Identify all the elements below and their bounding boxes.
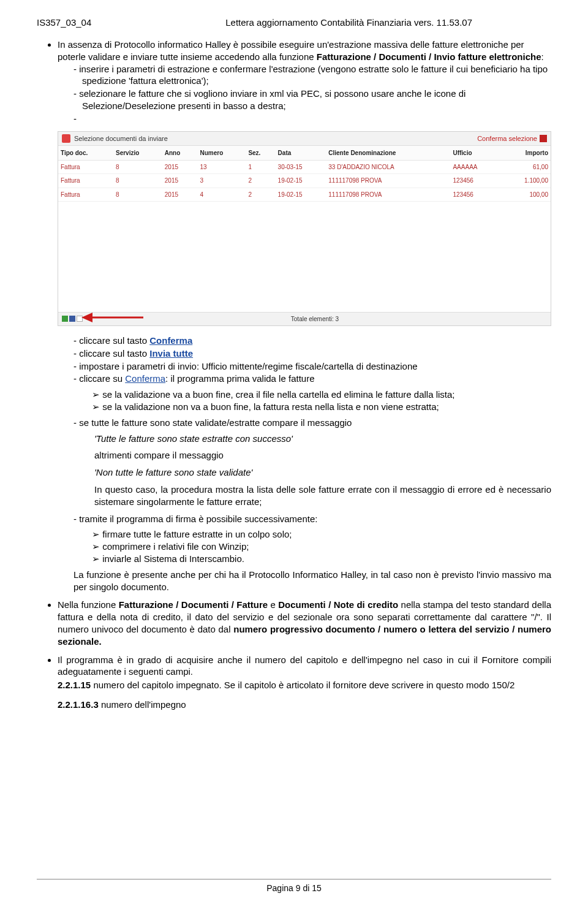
code-22115-text: numero del capitolo impegnato. Se il cap… xyxy=(91,680,514,690)
alt-text: altrimenti compare il messaggio xyxy=(58,449,551,461)
col-servizio[interactable]: Servizio xyxy=(113,146,162,161)
table-header-row: Tipo doc. Servizio Anno Numero Sez. Data… xyxy=(58,146,551,161)
shot-footer: Totale elementi: 3 xyxy=(58,312,551,325)
intro-colon: : xyxy=(541,51,543,62)
cell: 2 xyxy=(246,174,275,188)
code-22115: 2.2.1.15 xyxy=(58,680,91,690)
cell: Fattura xyxy=(58,174,113,188)
intro-sub-2: selezionare le fatture che si vogliono i… xyxy=(74,88,551,112)
select-all-icon[interactable] xyxy=(62,316,68,322)
svg-marker-1 xyxy=(81,313,92,322)
step-parametri: impostare i parametri di invio: Ufficio … xyxy=(74,360,551,373)
col-cliente[interactable]: Cliente Denominazione xyxy=(326,146,450,161)
cell: 1 xyxy=(246,161,275,174)
cell: 111117098 PROVA xyxy=(326,174,450,188)
table-empty-area xyxy=(58,202,551,312)
bullet-3: Il programma è in grado di acquisire anc… xyxy=(58,654,551,711)
arrow-firmare: firmare tutte le fatture estratte in un … xyxy=(92,528,551,541)
table-row[interactable]: Fattura 8 2015 4 2 19-02-15 111117098 PR… xyxy=(58,188,551,201)
embedded-screenshot: Selezione documenti da inviare Conferma … xyxy=(58,131,551,326)
cell: 123456 xyxy=(450,174,501,188)
bullet-intro: In assenza di Protocollo informatico Hal… xyxy=(58,39,551,593)
doc-code: IS357_03_04 xyxy=(37,17,91,28)
cell: 19-02-15 xyxy=(276,188,326,201)
cell: 111117098 PROVA xyxy=(326,188,450,201)
pdf-icon xyxy=(62,134,70,143)
close-icon[interactable] xyxy=(540,135,547,142)
tail-note: La funzione è presente anche per chi ha … xyxy=(58,569,551,593)
intro-bold-path: Fatturazione / Documenti / Invio fatture… xyxy=(317,51,541,62)
col-data[interactable]: Data xyxy=(276,146,326,161)
cell: 8 xyxy=(113,188,162,201)
confirm-selection-link[interactable]: Conferma selezione xyxy=(477,134,537,143)
col-anno[interactable]: Anno xyxy=(162,146,198,161)
b2-path1: Fatturazione / Documenti / Fatture xyxy=(119,599,268,610)
col-sez[interactable]: Sez. xyxy=(246,146,275,161)
page-number: Pagina 9 di 15 xyxy=(266,883,322,893)
cell: 8 xyxy=(113,174,162,188)
intro-text: In assenza di Protocollo informatico Hal… xyxy=(58,39,544,62)
t: e xyxy=(268,599,278,610)
col-numero[interactable]: Numero xyxy=(198,146,246,161)
cell: 2015 xyxy=(162,161,198,174)
col-importo[interactable]: Importo xyxy=(501,146,551,161)
t: Il programma è in grado di acquisire anc… xyxy=(58,655,551,677)
cell: 30-03-15 xyxy=(276,161,326,174)
shot-titlebar: Selezione documenti da inviare Conferma … xyxy=(58,132,551,146)
cell: 2015 xyxy=(162,188,198,201)
link-conferma: Conferma xyxy=(149,335,192,346)
red-annotation-arrow-icon xyxy=(79,311,146,324)
documents-table: Tipo doc. Servizio Anno Numero Sez. Data… xyxy=(58,146,551,202)
deselect-icon[interactable] xyxy=(69,316,75,322)
msg-success: 'Tutte le fatture sono state estratte co… xyxy=(58,433,551,445)
cell: AAAAAA xyxy=(450,161,501,174)
cell: 100,00 xyxy=(501,188,551,201)
intro-sub-1: inserire i parametri di estrazione e con… xyxy=(74,63,551,88)
intro-sub-empty xyxy=(74,113,551,125)
arrow-sdi: inviarle al Sistema di Interscambio. xyxy=(92,553,551,565)
code-221163: 2.2.1.16.3 xyxy=(58,699,99,710)
cell: 1.100,00 xyxy=(501,174,551,188)
footer-rule xyxy=(37,879,551,879)
msg-fail: 'Non tutte le fatture sono state validat… xyxy=(58,466,551,479)
col-ufficio[interactable]: Ufficio xyxy=(450,146,501,161)
arrow-valid-fail: se la validazione non va a buon fine, la… xyxy=(92,401,551,413)
cell: 123456 xyxy=(450,188,501,201)
cell: Fattura xyxy=(58,161,113,174)
cell: 8 xyxy=(113,161,162,174)
arrow-valid-ok: se la validazione va a buon fine, crea i… xyxy=(92,389,551,401)
arrow-winzip: comprimere i relativi file con Winzip; xyxy=(92,541,551,553)
cell: Fattura xyxy=(58,188,113,201)
t: cliccare sul tasto xyxy=(79,348,149,359)
shot-window-title: Selezione documenti da inviare xyxy=(74,134,477,143)
step-firma: tramite il programma di firma è possibil… xyxy=(74,513,551,525)
cell: 2 xyxy=(246,188,275,201)
step-invia-tutte: cliccare sul tasto Invia tutte xyxy=(74,348,551,360)
cell: 19-02-15 xyxy=(276,174,326,188)
total-elements: Totale elementi: 3 xyxy=(83,315,547,323)
step-conferma-2: cliccare su Conferma: il programma prima… xyxy=(74,373,551,385)
t: cliccare su xyxy=(79,373,125,384)
t: : il programma prima valida le fatture xyxy=(165,373,314,384)
cell: 2015 xyxy=(162,174,198,188)
bullet-2: Nella funzione Fatturazione / Documenti … xyxy=(58,599,551,647)
page-footer: Pagina 9 di 15 xyxy=(37,879,551,893)
step-all-validated: se tutte le fatture sono state validate/… xyxy=(74,417,551,429)
link-invia-tutte: Invia tutte xyxy=(149,348,193,359)
table-row[interactable]: Fattura 8 2015 3 2 19-02-15 111117098 PR… xyxy=(58,174,551,188)
table-row[interactable]: Fattura 8 2015 13 1 30-03-15 33 D'ADDAZI… xyxy=(58,161,551,174)
explain-errors: In questo caso, la procedura mostra la l… xyxy=(58,484,551,508)
t: Nella funzione xyxy=(58,599,119,610)
link-conferma-2: Conferma xyxy=(125,373,165,384)
cell: 4 xyxy=(198,188,246,201)
code-221163-text: numero dell'impegno xyxy=(99,699,186,710)
page-header: IS357_03_04 Lettera aggiornamento Contab… xyxy=(37,17,551,28)
cell: 3 xyxy=(198,174,246,188)
b2-path2: Documenti / Note di credito xyxy=(278,599,398,610)
step-conferma: cliccare sul tasto Conferma xyxy=(74,335,551,347)
col-tipo[interactable]: Tipo doc. xyxy=(58,146,113,161)
t: cliccare sul tasto xyxy=(79,335,149,346)
cell: 33 D'ADDAZIO NICOLA xyxy=(326,161,450,174)
cell: 61,00 xyxy=(501,161,551,174)
doc-title: Lettera aggiornamento Contabilità Finanz… xyxy=(91,17,551,28)
